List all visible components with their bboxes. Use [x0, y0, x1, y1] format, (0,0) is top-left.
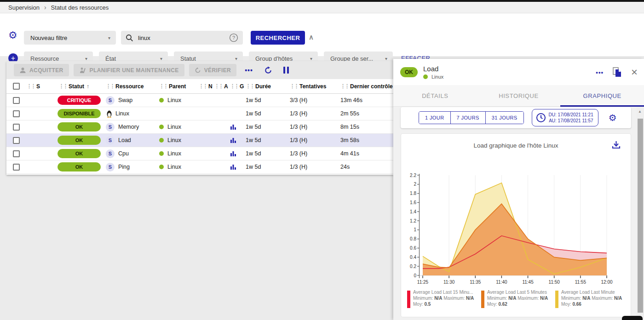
svg-text:11:25: 11:25	[417, 280, 429, 285]
svg-text:11:30: 11:30	[443, 280, 455, 285]
more-actions-icon[interactable]: •••	[245, 67, 253, 74]
drag-handle-icon[interactable]: ⋮⋮	[159, 83, 167, 89]
resource-details-panel: OK Load Linux ••• × DÉTAILSHISTORIQUEGRA…	[393, 59, 644, 320]
svg-text:11:45: 11:45	[522, 280, 534, 285]
drag-handle-icon[interactable]: ⋮⋮	[246, 83, 254, 89]
plan-maintenance-button[interactable]: PLANIFIER UNE MAINTENANCE	[74, 64, 184, 76]
host-status-dot-icon	[423, 74, 428, 79]
graph-settings-gear-icon[interactable]: ⚙	[609, 113, 617, 123]
filter-section: ⚙ Nouveau filtre ▾ ? RECHERCHER ∧ + Ress…	[0, 13, 644, 56]
check-button[interactable]: VÉRIFIER	[189, 64, 237, 76]
last-check-cell: 3m 58s	[335, 137, 393, 143]
panel-title: Load	[423, 65, 443, 73]
parent-name: Linux	[167, 137, 181, 143]
pause-refresh-icon[interactable]	[283, 67, 289, 74]
tab-graphique[interactable]: GRAPHIQUE	[560, 85, 644, 106]
column-header-tentatives[interactable]: ⋮⋮Tentatives	[286, 83, 335, 90]
column-header-dur-e[interactable]: ⋮⋮Durée	[246, 83, 286, 90]
search-button[interactable]: RECHERCHER	[251, 31, 305, 45]
table-row-ping[interactable]: OKSPingLinux1w 5d1/3 (H)24s	[6, 160, 393, 174]
download-icon[interactable]	[612, 140, 621, 149]
copy-link-icon[interactable]	[613, 67, 622, 77]
column-header-statut[interactable]: ⋮⋮Statut↑	[52, 83, 106, 90]
acknowledge-button[interactable]: ACQUITTER	[14, 64, 69, 76]
breadcrumb-item-resource-status[interactable]: Statut des ressources	[51, 4, 109, 11]
host-status-dot-icon	[159, 125, 164, 129]
graph-icon[interactable]	[230, 137, 236, 143]
column-header-ressource[interactable]: ⋮⋮Ressource	[106, 83, 159, 90]
column-header-dernier-contr-le[interactable]: ⋮⋮Dernier contrôle	[335, 83, 393, 90]
chart-legend: Average Load Last 15 Minu...Minimum: N/A…	[407, 289, 629, 308]
drag-handle-icon[interactable]: ⋮⋮	[290, 83, 298, 89]
row-checkbox[interactable]	[13, 97, 20, 104]
range-button-7-jours[interactable]: 7 JOURS	[451, 112, 486, 124]
table-row-load[interactable]: OKSLoadLinux1w 5d1/3 (H)3m 58s	[6, 134, 393, 147]
table-row-swap[interactable]: CRITIQUESSwapLinux1w 5d3/3 (H)13m 46s	[6, 94, 393, 107]
graph-icon[interactable]	[230, 164, 236, 170]
drag-handle-icon[interactable]: ⋮⋮	[340, 83, 349, 89]
table-row-linux[interactable]: DISPONIBLELinux1w 5d1/3 (H)2m 55s	[6, 107, 393, 120]
linux-penguin-icon	[106, 110, 113, 118]
svg-text:1.2: 1.2	[410, 218, 416, 223]
sort-asc-icon: ↑	[86, 83, 89, 90]
host-status-dot-icon	[159, 138, 164, 143]
panel-scrollbar[interactable]: ▲	[637, 107, 644, 320]
row-checkbox[interactable]	[13, 110, 20, 117]
panel-more-icon[interactable]: •••	[596, 69, 604, 76]
status-badge: OK	[58, 122, 101, 131]
range-button-1-jour[interactable]: 1 JOUR	[419, 112, 451, 124]
drag-handle-icon[interactable]: ⋮⋮	[59, 83, 67, 89]
column-header-n[interactable]: ⋮⋮N	[199, 83, 214, 90]
legend-color-bar	[481, 291, 484, 308]
search-box[interactable]: ?	[121, 31, 243, 45]
legend-color-bar	[407, 291, 410, 308]
drag-handle-icon[interactable]: ⋮⋮	[106, 83, 114, 89]
row-checkbox[interactable]	[13, 137, 20, 144]
saved-filter-select[interactable]: Nouveau filtre ▾	[24, 31, 116, 45]
search-input[interactable]	[138, 34, 224, 41]
table-row-memory[interactable]: OKSMemoryLinux1w 5d1/3 (H)8m 15s	[6, 120, 393, 134]
drag-handle-icon[interactable]: ⋮⋮	[230, 83, 238, 89]
time-range-button-group: 1 JOUR7 JOURS31 JOURS	[419, 111, 524, 124]
chevron-down-icon: ▾	[385, 56, 387, 61]
parent-name: Linux	[167, 97, 181, 103]
svg-text:0.2: 0.2	[410, 264, 416, 269]
select-all-checkbox[interactable]	[13, 83, 20, 90]
graph-icon[interactable]	[230, 150, 236, 157]
column-header-a[interactable]: ⋮⋮A	[214, 83, 230, 90]
chevron-down-icon: ▾	[310, 56, 312, 61]
column-header-s[interactable]: ⋮⋮S	[27, 83, 52, 90]
scrollbar-thumb[interactable]	[638, 119, 643, 313]
status-badge: OK	[58, 149, 101, 158]
row-checkbox[interactable]	[13, 150, 20, 157]
tab-d-tails[interactable]: DÉTAILS	[393, 85, 477, 106]
legend-item[interactable]: Average Load Last 15 Minu...Minimum: N/A…	[407, 289, 481, 308]
date-to: AU: 17/08/2021 11:57	[549, 118, 593, 123]
drag-handle-icon[interactable]: ⋮⋮	[214, 83, 223, 89]
range-button-31-jours[interactable]: 31 JOURS	[486, 112, 523, 124]
column-header-g[interactable]: ⋮⋮G	[230, 83, 246, 90]
drag-handle-icon[interactable]: ⋮⋮	[199, 83, 207, 89]
row-checkbox[interactable]	[13, 124, 20, 131]
drag-handle-icon[interactable]: ⋮⋮	[27, 83, 35, 89]
legend-item[interactable]: Average Load Last 5 MinutesMinimum: N/A …	[481, 289, 555, 308]
filter-settings-gear-icon[interactable]: ⚙	[8, 30, 17, 40]
breadcrumb-separator-icon: ›	[44, 4, 46, 11]
table-row-cpu[interactable]: OKSCpuLinux1w 5d1/3 (H)4m 41s	[6, 147, 393, 160]
tab-historique[interactable]: HISTORIQUE	[477, 85, 561, 106]
refresh-icon[interactable]	[264, 66, 272, 74]
breadcrumb-item-supervision[interactable]: Supervision	[8, 4, 40, 11]
service-icon: S	[106, 136, 115, 145]
load-area-chart[interactable]: 11:2511:3011:3511:4011:4511:5011:5512:00…	[405, 173, 621, 288]
column-header-parent[interactable]: ⋮⋮Parent	[159, 83, 199, 90]
scrollbar-up-icon[interactable]: ▲	[638, 109, 642, 114]
graph-icon[interactable]	[230, 124, 236, 130]
row-checkbox[interactable]	[13, 164, 20, 171]
legend-item[interactable]: Average Load Last MinuteMinimum: N/A Max…	[555, 289, 629, 308]
svg-text:11:35: 11:35	[470, 280, 481, 285]
close-icon[interactable]: ×	[631, 68, 638, 77]
tries-cell: 1/3 (H)	[286, 110, 335, 117]
date-range-picker[interactable]: DU: 17/08/2021 11:21 AU: 17/08/2021 11:5…	[532, 109, 598, 126]
collapse-filters-icon[interactable]: ∧	[309, 33, 314, 41]
search-help-icon[interactable]: ?	[229, 33, 238, 42]
